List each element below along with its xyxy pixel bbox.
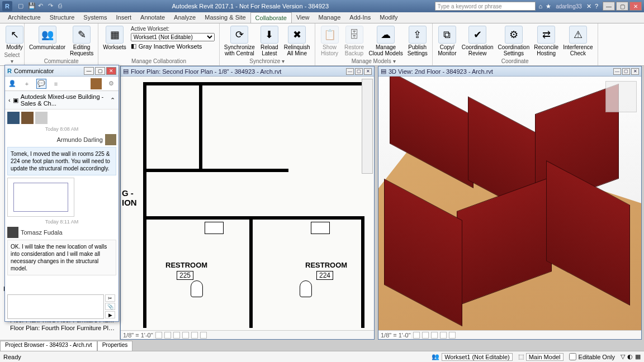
chat-tab[interactable]: 💬	[36, 79, 46, 89]
active-workset-select[interactable]: Workset1 (Not Editable)	[131, 33, 215, 41]
manage-cloud-button[interactable]: ☁Manage Cloud Models	[368, 25, 404, 58]
sb-icon[interactable]: ▦	[635, 353, 641, 360]
tab-systems[interactable]: Systems	[79, 12, 111, 23]
design-option-icon[interactable]: ⬚	[518, 353, 524, 360]
select-panel[interactable]: Select ▾	[3, 52, 21, 64]
scissors-icon[interactable]: ✂	[105, 294, 115, 302]
publish-settings-button[interactable]: ⇪Publish Settings	[406, 25, 429, 58]
tab-insert[interactable]: Insert	[112, 12, 136, 23]
hide-icon[interactable]	[200, 332, 207, 339]
sb-icon[interactable]: ◐	[627, 353, 633, 360]
nav-bar[interactable]	[362, 79, 373, 174]
gear-icon[interactable]: ⚙	[106, 79, 116, 89]
user-avatar[interactable]	[91, 78, 102, 89]
tab-architecture[interactable]: Architecture	[3, 12, 45, 23]
crop-icon[interactable]	[191, 332, 198, 339]
tab-annotate[interactable]: Annotate	[136, 12, 169, 23]
tab-structure[interactable]: Structure	[45, 12, 79, 23]
username[interactable]: adarling33	[556, 3, 582, 9]
3d-view-title[interactable]: ▤ 3D View: 2nd Floor - 384923 - Arch.rvt…	[378, 66, 641, 77]
chevron-up-icon[interactable]: ⌃	[110, 97, 115, 104]
view-cube[interactable]	[605, 81, 637, 112]
close-button[interactable]: ✕	[629, 2, 642, 11]
status-mainmodel[interactable]: Main Model	[526, 353, 564, 361]
attachment-thumbnail[interactable]	[7, 178, 74, 217]
scale-label[interactable]: 1/8" = 1'-0"	[381, 332, 411, 339]
modify-button[interactable]: ↖Modify	[3, 25, 26, 51]
3d-canvas[interactable]	[378, 77, 641, 330]
view-close-button[interactable]: ✕	[631, 68, 639, 75]
copy-monitor-button[interactable]: ⧉Copy/ Monitor	[436, 25, 458, 58]
vc-icon[interactable]	[413, 332, 420, 339]
qat-redo-icon[interactable]: ↷	[48, 2, 56, 10]
view-min-button[interactable]: ―	[613, 68, 621, 75]
view-max-button[interactable]: ▢	[622, 68, 630, 75]
shadow-icon[interactable]	[182, 332, 189, 339]
project-browser-tab[interactable]: Project Browser - 384923 - Arch.rvt	[0, 341, 97, 351]
attach-icon[interactable]: 📎	[105, 303, 115, 310]
minimize-button[interactable]: ―	[603, 2, 615, 11]
floorplan-title[interactable]: ▤ Floor Plan: Second Floor Plan - 1/8" -…	[121, 66, 374, 77]
reconcile-button[interactable]: ⇄Reconcile Hosting	[533, 25, 560, 58]
add-contact-tab[interactable]: +	[22, 79, 32, 89]
search-input[interactable]: Type a keyword or phrase	[435, 2, 536, 11]
tab-massing[interactable]: Massing & Site	[200, 12, 250, 23]
view-control-bar[interactable]: 1/8" = 1'-0"	[121, 330, 374, 339]
detail-icon[interactable]	[155, 332, 162, 339]
send-icon[interactable]: ▶	[105, 311, 115, 318]
editable-only-checkbox[interactable]	[569, 353, 576, 360]
exchange-icon[interactable]: ✕	[586, 3, 591, 10]
chevron-left-icon[interactable]: ‹	[8, 97, 11, 103]
communicator-button[interactable]: 👥Communicator	[28, 25, 67, 51]
comm-close-button[interactable]: ✕	[106, 67, 116, 75]
browser-item[interactable]: Floor Plan: Fourth Floor Furniture Plan …	[2, 324, 117, 332]
visual-icon[interactable]	[164, 332, 171, 339]
show-history-button[interactable]: 📋Show History	[319, 25, 341, 58]
qat-open-icon[interactable]: ▢	[18, 2, 26, 10]
restore-backup-button[interactable]: 🗄Restore Backup	[343, 25, 366, 58]
vc-icon[interactable]	[440, 332, 447, 339]
filter-icon[interactable]: ▽	[621, 353, 625, 360]
view-max-button[interactable]: ▢	[355, 68, 363, 75]
view-min-button[interactable]: ―	[346, 68, 354, 75]
view-control-bar[interactable]: 1/8" = 1'-0"	[378, 330, 641, 339]
chat-input[interactable]	[7, 294, 104, 319]
maximize-button[interactable]: ▢	[616, 2, 628, 11]
tab-manage[interactable]: Manage	[314, 12, 345, 23]
help-icon[interactable]: ?	[595, 3, 598, 9]
coord-settings-button[interactable]: ⚙Coordination Settings	[497, 25, 531, 58]
chat-room-header[interactable]: ‹ ▣ Autodesk Mixed-use Building - Sales …	[5, 91, 119, 109]
properties-tab[interactable]: Properties	[97, 341, 133, 351]
gray-inactive-button[interactable]: ◧Gray Inactive Worksets	[131, 42, 215, 50]
reload-latest-button[interactable]: ⬇Reload Latest	[258, 25, 281, 58]
list-tab[interactable]: ≡	[51, 79, 61, 89]
relinquish-button[interactable]: ✖Relinquish All Mine	[283, 25, 311, 58]
vc-icon[interactable]	[431, 332, 438, 339]
scale-label[interactable]: 1/8" = 1'-0"	[123, 332, 153, 339]
tab-view[interactable]: View	[292, 12, 314, 23]
chat-body[interactable]: Today 8:08 AM Armundo Darling Tomek, I m…	[5, 109, 119, 299]
sync-central-button[interactable]: ⟳Synchronize with Central	[223, 25, 256, 58]
communicator-window[interactable]: R Communicator ― ▢ ✕ 👤 + 💬 ≡ ⚙ ‹ ▣ Autod…	[4, 65, 119, 322]
qat-print-icon[interactable]: ⎙	[58, 2, 66, 10]
vc-icon[interactable]	[422, 332, 429, 339]
infocenter-icon[interactable]: ⌂	[539, 3, 543, 9]
view-close-button[interactable]: ✕	[364, 68, 372, 75]
editing-requests-button[interactable]: ✎Editing Requests	[69, 25, 94, 58]
floorplan-canvas[interactable]: RESTROOM 225 RESTROOM 224 G - ION	[121, 77, 374, 330]
status-workset[interactable]: Workset1 (Not Editable)	[442, 353, 513, 361]
contacts-tab[interactable]: 👤	[7, 79, 17, 89]
communicator-titlebar[interactable]: R Communicator ― ▢ ✕	[5, 65, 119, 77]
vc-icon[interactable]	[449, 332, 456, 339]
floorplan-view[interactable]: ▤ Floor Plan: Second Floor Plan - 1/8" -…	[120, 66, 375, 340]
qat-save-icon[interactable]: 💾	[28, 2, 36, 10]
qat-undo-icon[interactable]: ↶	[38, 2, 46, 10]
tab-modify[interactable]: Modify	[375, 12, 402, 23]
coord-review-button[interactable]: ✔Coordination Review	[461, 25, 495, 58]
workset-icon[interactable]: 👥	[432, 353, 439, 360]
sun-icon[interactable]	[173, 332, 180, 339]
interference-button[interactable]: ⚠Interference Check	[562, 25, 594, 58]
quick-access-toolbar[interactable]: ▢ 💾 ↶ ↷ ⎙	[18, 2, 66, 10]
worksets-button[interactable]: ▦Worksets	[102, 25, 127, 51]
tab-collaborate[interactable]: Collaborate	[250, 12, 292, 23]
